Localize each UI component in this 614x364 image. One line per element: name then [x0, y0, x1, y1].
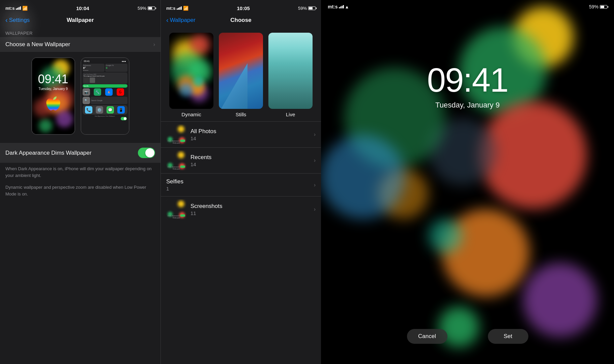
all-photos-info: All Photos 14 [186, 128, 314, 141]
photo-list: Dark Appearance Dims Wallpaper All Photo… [161, 121, 321, 364]
live-thumb-container [268, 32, 313, 110]
dark-appearance-desc1: When Dark Appearance is on, iPhone will … [0, 163, 160, 181]
stills-label: Stills [236, 112, 246, 117]
recents-chevron: › [314, 157, 316, 163]
status-bar-left-2: mt:s 📶 [166, 6, 188, 11]
screenshots-title: Screenshots [191, 203, 310, 210]
dark-appearance-label: Dark Appearance Dims Wallpaper [5, 150, 91, 156]
dark-appearance-toggle-row[interactable]: Dark Appearance Dims Wallpaper [0, 143, 160, 163]
screenshots-chevron: › [314, 206, 316, 212]
selfies-item[interactable]: Selfies 1 › [161, 173, 321, 196]
set-button[interactable]: Set [488, 329, 528, 344]
battery-icon-2 [308, 6, 316, 10]
clock-2: 10:05 [237, 5, 250, 11]
battery-pct-1: 59% [138, 6, 146, 11]
recents-title: Recents [191, 154, 310, 161]
cancel-label: Cancel [418, 333, 436, 340]
dark-appearance-toggle[interactable] [138, 148, 155, 158]
wallpaper-categories: Dynamic Stills Live [161, 28, 321, 121]
lockscreen-content: 09:41 Tuesday, January 9 [32, 58, 75, 134]
lock-actions: Cancel Set [321, 329, 614, 344]
all-photos-count: 14 [191, 135, 310, 141]
lock-date: Tuesday, January 9 [435, 101, 500, 110]
homescreen-preview[interactable]: 09:41 ●●● Požarevac 8° Showers Google Fi… [81, 57, 129, 135]
selfies-info: Selfies 1 [166, 178, 314, 191]
all-photos-chevron: › [314, 131, 316, 138]
recents-thumb: Dark Appearance Dims Wallpaper [166, 150, 186, 171]
preview-lock-date: Tuesday, January 9 [38, 87, 68, 91]
category-dynamic[interactable]: Dynamic [169, 32, 214, 117]
category-stills[interactable]: Stills [218, 32, 264, 117]
clock-1: 10:04 [76, 5, 89, 11]
apple-logo [45, 96, 61, 116]
all-photos-item[interactable]: Dark Appearance Dims Wallpaper All Photo… [161, 121, 321, 147]
cancel-button[interactable]: Cancel [407, 329, 447, 344]
status-bar-right-2: 59% [298, 6, 316, 11]
dynamic-thumb [169, 32, 214, 110]
all-photos-title: All Photos [191, 128, 310, 135]
screenshots-info: Screenshots 11 [186, 203, 314, 216]
back-label-2: Wallpaper [170, 17, 196, 24]
dark-appearance-desc2: Dynamic wallpaper and perspective zoom a… [0, 181, 160, 200]
selfies-title: Selfies [166, 178, 310, 185]
selfies-chevron: › [314, 182, 316, 188]
panel-choose-wallpaper: mt:s 📶 10:05 59% ‹ Wallpaper Choose [160, 0, 321, 364]
toggle-knob [145, 148, 154, 157]
status-bar-2: mt:s 📶 10:05 59% [161, 0, 321, 15]
wallpaper-previews: 09:41 Tuesday, January 9 [0, 52, 160, 140]
lockscreen-preview[interactable]: 09:41 Tuesday, January 9 [31, 57, 75, 135]
battery-icon-1 [148, 6, 155, 10]
choose-new-wallpaper-btn[interactable]: Choose a New Wallpaper › [0, 37, 160, 52]
recents-count: 14 [191, 161, 310, 167]
battery-pct-2: 59% [298, 6, 307, 11]
screenshots-item[interactable]: Dark Appearance Dims Wallpaper Screensho… [161, 196, 321, 222]
preview-lock-time: 09:41 [38, 72, 68, 86]
nav-bar-2: ‹ Wallpaper Choose [161, 15, 321, 28]
all-photos-thumb: Dark Appearance Dims Wallpaper [166, 124, 186, 145]
carrier-2: mt:s [166, 6, 175, 11]
signal-icon-2 [177, 6, 182, 10]
live-label: Live [286, 112, 295, 117]
back-chevron-icon-2: ‹ [166, 16, 169, 24]
recents-item[interactable]: Dark Appearance Dims Wallpaper Recents 1… [161, 147, 321, 173]
screenshots-count: 11 [191, 210, 310, 216]
wifi-icon-2: 📶 [183, 6, 188, 11]
screenshots-thumb: Dark Appearance Dims Wallpaper [166, 199, 186, 219]
selfies-count: 1 [166, 186, 310, 191]
chevron-right-icon: › [153, 41, 155, 48]
homescreen-content: 09:41 ●●● Požarevac 8° Showers Google Fi… [81, 58, 129, 134]
lockscreen-main-content: 09:41 Tuesday, January 9 [321, 0, 614, 364]
status-bar-right-1: 59% [138, 6, 155, 11]
recents-info: Recents 14 [186, 154, 314, 167]
set-label: Set [504, 333, 513, 340]
panel-settings-wallpaper: mt:s 📶 10:04 59% ‹ Settings Wallp [0, 0, 160, 364]
panel-lockscreen-preview: mt:s ▲ 59% 09:41 Tuesday, January 9 Canc… [321, 0, 614, 364]
category-live[interactable]: Live [268, 32, 313, 117]
page-title-1: Wallpaper [67, 17, 94, 24]
choose-label: Choose a New Wallpaper [5, 41, 70, 48]
page-title-2: Choose [230, 17, 251, 24]
dynamic-label: Dynamic [181, 112, 201, 117]
homescreen-status: 09:41 ●●● [83, 59, 127, 63]
back-to-wallpaper-btn[interactable]: ‹ Wallpaper [166, 16, 196, 24]
stills-thumb-container [218, 32, 264, 110]
lock-time: 09:41 [427, 61, 508, 99]
